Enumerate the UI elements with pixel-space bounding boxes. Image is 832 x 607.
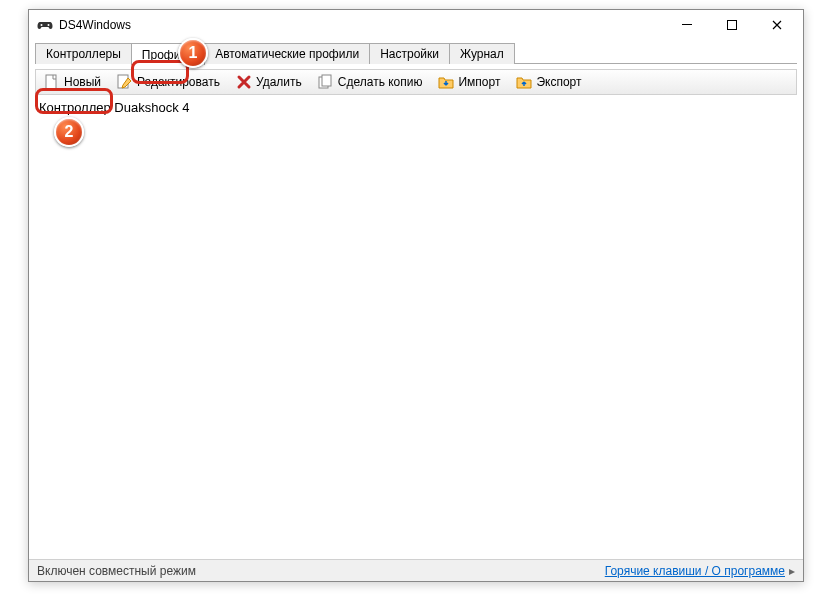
tab-strip: Контроллеры Профили Автоматические профи… [29,40,803,64]
app-window: DS4Windows Контроллеры Профили Автоматич… [28,9,804,582]
delete-label: Удалить [256,75,302,89]
delete-icon [236,74,252,90]
svg-rect-5 [322,75,331,86]
svg-rect-2 [46,75,56,89]
maximize-button[interactable] [709,11,754,39]
close-button[interactable] [754,11,799,39]
window-title: DS4Windows [59,18,664,32]
minimize-button[interactable] [664,11,709,39]
statusbar: Включен совместный режим Горячие клавиши… [29,559,803,581]
app-icon [37,17,53,33]
tab-controllers[interactable]: Контроллеры [35,43,132,64]
profiles-list[interactable]: Контроллер Duakshock 4 [35,97,797,559]
svg-rect-0 [682,24,692,25]
tab-log[interactable]: Журнал [449,43,515,64]
export-label: Экспорт [536,75,581,89]
hotkeys-about-link[interactable]: Горячие клавиши / О программе [605,564,785,578]
export-icon [516,74,532,90]
edit-label: Редактировать [137,75,220,89]
duplicate-button[interactable]: Сделать копию [314,72,427,92]
svg-rect-1 [727,21,736,30]
tab-auto-profiles[interactable]: Автоматические профили [204,43,370,64]
duplicate-label: Сделать копию [338,75,423,89]
tab-settings[interactable]: Настройки [369,43,450,64]
tab-profiles[interactable]: Профили [131,43,205,65]
import-icon [438,74,454,90]
list-item[interactable]: Контроллер Duakshock 4 [39,99,793,116]
import-button[interactable]: Импорт [434,72,504,92]
toolbar: Новый Редактировать Удалить Сделать копи… [35,69,797,95]
import-label: Импорт [458,75,500,89]
new-label: Новый [64,75,101,89]
duplicate-icon [318,74,334,90]
new-button[interactable]: Новый [40,72,105,92]
edit-icon [117,74,133,90]
delete-button[interactable]: Удалить [232,72,306,92]
window-controls [664,11,799,39]
new-icon [44,74,60,90]
chevron-right-icon: ▸ [789,564,795,578]
status-mode: Включен совместный режим [37,564,196,578]
edit-button[interactable]: Редактировать [113,72,224,92]
titlebar: DS4Windows [29,10,803,40]
export-button[interactable]: Экспорт [512,72,585,92]
